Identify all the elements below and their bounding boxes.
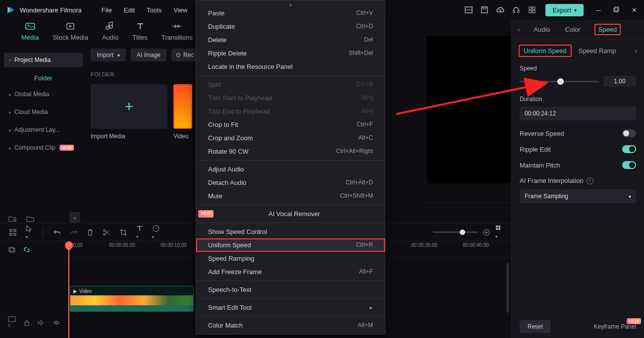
ctx-uniform-speed[interactable]: Uniform SpeedCtrl+R (196, 238, 385, 252)
minimize-button[interactable]: ─ (594, 6, 602, 14)
cursor-icon[interactable]: ▾ (26, 225, 33, 240)
sidebar-cloud-media[interactable]: ▸Cloud Media (4, 105, 83, 119)
maintain-pitch-toggle[interactable] (622, 161, 636, 169)
app-title: Wondershare Filmora (20, 6, 82, 14)
grid-icon[interactable] (528, 5, 537, 14)
ctx-mute[interactable]: MuteCtrl+Shift+M (196, 189, 385, 203)
track-lock-icon[interactable] (24, 319, 30, 326)
info-icon[interactable]: ? (587, 177, 593, 184)
tab-media[interactable]: Media (21, 21, 39, 41)
inspector-tab-speed[interactable]: Speed (594, 24, 621, 35)
save-icon[interactable] (480, 5, 489, 14)
inspector-tab-audio[interactable]: Audio (533, 24, 551, 35)
ctx-locate-resource[interactable]: Locate in the Resource Panel (196, 60, 385, 73)
chevron-down-icon: ▾ (574, 7, 577, 13)
ctx-ai-vocal-remover[interactable]: NEWAI Vocal Remover (196, 207, 385, 221)
ripple-edit-toggle[interactable] (622, 145, 636, 153)
redo-icon[interactable] (70, 229, 78, 236)
svg-rect-8 (529, 10, 532, 13)
sidebar-compound-clip[interactable]: ▸Compound ClipNEW (4, 140, 83, 155)
scissors-icon[interactable] (103, 228, 110, 236)
folder-icon[interactable] (26, 215, 35, 223)
ctx-speech-to-text[interactable]: Speech-to-Text (196, 283, 385, 296)
layout-icon[interactable] (464, 5, 473, 14)
inspector-back-button[interactable]: ‹ (518, 26, 520, 33)
layers-icon[interactable] (8, 246, 16, 253)
import-media-card[interactable]: + (91, 84, 167, 129)
tab-audio[interactable]: Audio (102, 21, 118, 41)
timeline-clip[interactable]: ▶Video (70, 286, 194, 312)
duration-value[interactable]: 00:00:24:12 (520, 107, 636, 120)
crop-icon[interactable] (119, 228, 127, 236)
zoom-in-icon[interactable] (483, 228, 490, 236)
ctx-adjust-audio[interactable]: Adjust Audio (196, 163, 385, 176)
trash-icon[interactable] (87, 228, 94, 236)
menu-file[interactable]: File (102, 6, 112, 14)
ctx-show-speed-control[interactable]: Show Speed Control (196, 225, 385, 238)
magnet-icon[interactable] (9, 228, 17, 236)
subtab-speed-ramp[interactable]: Speed Ramp (579, 47, 616, 55)
headphones-icon[interactable] (512, 5, 521, 14)
ctx-paste[interactable]: PasteCtrl+V (196, 6, 385, 20)
svg-rect-35 (496, 228, 498, 230)
context-menu: ▴ PasteCtrl+V DuplicateCtrl+D DeleteDel … (196, 0, 385, 335)
close-button[interactable]: ✕ (630, 6, 638, 14)
sidebar-global-media[interactable]: ▸Global Media (4, 87, 83, 102)
ctx-crop-zoom[interactable]: Crop and ZoomAlt+C (196, 131, 385, 145)
ctx-color-match[interactable]: Color MatchAlt+M (196, 319, 385, 332)
menu-handle[interactable]: ▴ (196, 2, 385, 6)
stock-media-icon (65, 21, 76, 32)
keyframe-panel-button[interactable]: Keyframe PanelNEW (594, 323, 636, 330)
speed-icon[interactable]: ▾ (152, 225, 160, 240)
export-button[interactable]: Export ▾ (545, 4, 584, 16)
speed-value[interactable]: 1.00 (603, 76, 636, 87)
cloud-icon[interactable] (496, 5, 505, 14)
inspector-tab-color[interactable]: Color (564, 24, 582, 35)
ctx-crop-fit[interactable]: Crop to FitCtrl+F (196, 118, 385, 131)
ctx-speed-ramping[interactable]: Speed Ramping (196, 252, 385, 265)
svg-rect-9 (533, 10, 535, 13)
zoom-slider[interactable] (433, 231, 478, 233)
tab-stock-media[interactable]: Stock Media (53, 21, 88, 41)
sidebar-adjustment-layer[interactable]: ▸Adjustment Lay... (4, 122, 83, 137)
ctx-duplicate[interactable]: DuplicateCtrl+D (196, 20, 385, 33)
folder-label[interactable]: Folder (4, 70, 83, 87)
project-media-item[interactable]: ▾ Project Media (4, 53, 83, 67)
speed-slider[interactable] (520, 81, 598, 82)
video-clip-card[interactable] (173, 84, 192, 129)
track-visible-icon[interactable] (53, 320, 60, 325)
menu-edit[interactable]: Edit (124, 6, 135, 14)
reset-button[interactable]: Reset (520, 320, 551, 333)
track-mute-icon[interactable] (38, 320, 45, 326)
track-video-icon[interactable]: 1 (8, 316, 16, 330)
link-icon[interactable] (23, 246, 31, 254)
subtab-more[interactable]: › (635, 47, 637, 55)
ctx-add-freeze-frame[interactable]: Add Freeze FrameAlt+F (196, 265, 385, 279)
maximize-button[interactable] (612, 6, 620, 14)
reverse-speed-toggle[interactable] (622, 129, 636, 137)
ctx-detach-audio[interactable]: Detach AudioCtrl+Alt+D (196, 176, 385, 189)
text-icon[interactable]: ▾ (136, 225, 143, 239)
svg-marker-15 (69, 25, 72, 28)
import-button[interactable]: Import▾ (91, 49, 126, 61)
grid-view-icon[interactable]: ▾ (495, 225, 502, 239)
ai-image-button[interactable]: AI Image (131, 49, 166, 61)
tab-transitions[interactable]: Transitions (161, 21, 193, 41)
svg-rect-26 (14, 229, 16, 231)
ctx-ripple-delete[interactable]: Ripple DeleteShift+Del (196, 47, 385, 60)
collapse-sidebar-button[interactable]: ‹ (69, 212, 80, 223)
tab-titles[interactable]: Titles (132, 21, 148, 41)
ctx-smart-edit-tool[interactable]: Smart Edit Tool▸ (196, 301, 385, 314)
folder-add-icon[interactable] (8, 215, 17, 223)
undo-icon[interactable] (53, 229, 61, 236)
svg-point-13 (27, 25, 29, 26)
subtab-uniform-speed[interactable]: Uniform Speed (519, 45, 572, 57)
menu-view[interactable]: View (173, 6, 187, 14)
timeline-scrollbar[interactable] (506, 263, 509, 313)
record-button[interactable]: Rec (171, 49, 199, 61)
ctx-delete[interactable]: DeleteDel (196, 33, 385, 47)
menu-tools[interactable]: Tools (147, 6, 161, 14)
playhead[interactable] (68, 241, 69, 338)
ctx-rotate[interactable]: Rotate 90 CWCtrl+Alt+Right (196, 145, 385, 158)
interpolation-select[interactable]: Frame Sampling▾ (520, 189, 636, 203)
